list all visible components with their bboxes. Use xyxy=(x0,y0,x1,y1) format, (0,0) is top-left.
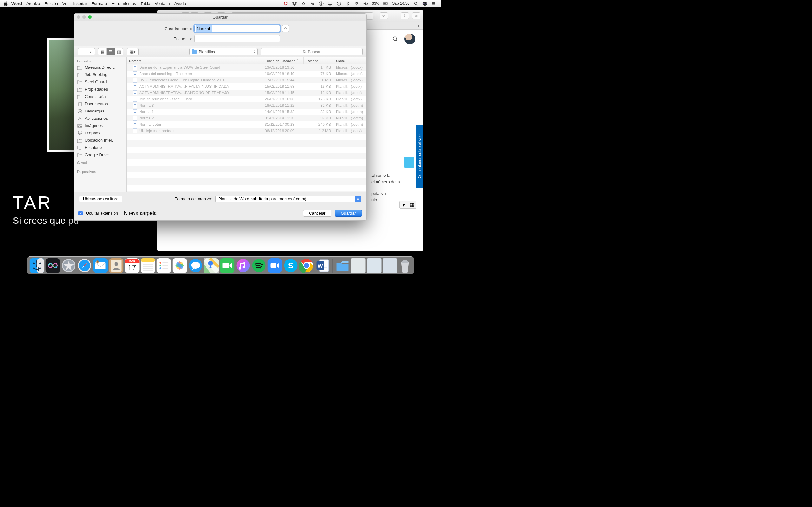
file-list[interactable]: Diseñando la Experiencia WOW de Steel Gu… xyxy=(126,64,366,192)
file-row[interactable]: UI-Hoja membretada06/12/2016 20:091.3 MB… xyxy=(126,128,366,134)
timemachine-icon[interactable] xyxy=(336,1,341,6)
location-popup[interactable]: Plantillas ▲▼ xyxy=(189,48,258,55)
view-list-mode[interactable]: ☰ xyxy=(107,49,115,55)
skype-app-icon[interactable]: S xyxy=(283,258,298,273)
dialog-zoom-button[interactable] xyxy=(88,15,92,19)
itunes-app-icon[interactable] xyxy=(236,258,250,273)
file-row[interactable]: ACTA ADMINISTRATIVA…R FALTA INJUSTIFICAD… xyxy=(126,83,366,90)
contacts-app-icon[interactable] xyxy=(109,258,123,273)
reminders-app-icon[interactable] xyxy=(156,258,171,273)
view-column-mode[interactable]: ▥ xyxy=(115,49,123,55)
dialog-close-button[interactable] xyxy=(77,15,80,19)
photos-app-icon[interactable] xyxy=(172,258,187,273)
sidebar-item[interactable]: Escritorio xyxy=(74,144,126,151)
sidebar-item[interactable]: Google Drive xyxy=(74,151,126,158)
accessibility-icon[interactable] xyxy=(318,1,323,6)
file-row[interactable]: Normal114/01/2018 15:3232 KBPlantill…(.d… xyxy=(126,109,366,115)
sidebar-item[interactable]: Steel Guard xyxy=(74,78,126,86)
file-row[interactable]: Bases del coaching - Resumen19/02/2018 1… xyxy=(126,71,366,77)
zoom-app-icon[interactable] xyxy=(267,258,282,273)
view-icon-mode[interactable]: ▦ xyxy=(98,49,107,55)
menu-ayuda[interactable]: Ayuda xyxy=(174,1,186,6)
menu-edicion[interactable]: Edición xyxy=(44,1,58,6)
menu-formato[interactable]: Formato xyxy=(92,1,107,6)
menu-herramientas[interactable]: Herramientas xyxy=(111,1,136,6)
file-row[interactable]: Normal318/01/2018 11:2232 KBPlantill…(.d… xyxy=(126,102,366,109)
word-app-icon[interactable]: W xyxy=(315,258,329,273)
menu-ventana[interactable]: Ventana xyxy=(155,1,170,6)
sidebar-item[interactable]: Dropbox xyxy=(74,129,126,136)
sidebar-item[interactable]: Documentos xyxy=(74,100,126,107)
stack-3-icon[interactable] xyxy=(383,258,397,273)
clock[interactable]: Sáb 16:50 xyxy=(392,1,409,6)
sidebar-item[interactable]: Job Seeking xyxy=(74,71,126,78)
airplay-icon[interactable] xyxy=(327,1,333,6)
col-kind[interactable]: Clase xyxy=(334,57,366,64)
finder-app-icon[interactable] xyxy=(30,258,44,273)
avatar[interactable] xyxy=(404,34,415,44)
amphetamine-icon[interactable] xyxy=(310,1,315,6)
search-icon[interactable] xyxy=(392,36,398,43)
collapse-button[interactable] xyxy=(282,25,289,32)
safari-app-icon[interactable] xyxy=(77,258,92,273)
dialog-minimize-button[interactable] xyxy=(83,15,86,19)
feedback-tab[interactable]: Comentarios sobre el sitio xyxy=(415,125,423,188)
nav-back[interactable]: ‹ xyxy=(78,49,86,55)
trash-icon[interactable] xyxy=(398,258,411,273)
view-toggle-grid[interactable]: ▦ xyxy=(408,201,416,208)
chrome-app-icon[interactable] xyxy=(299,258,314,273)
battery-icon[interactable] xyxy=(383,1,388,6)
siri-icon[interactable] xyxy=(422,1,427,6)
calendar-app-icon[interactable]: MAR 17 xyxy=(125,258,139,273)
apple-menu-icon[interactable] xyxy=(3,1,8,6)
sidebar-item[interactable]: Descargas xyxy=(74,107,126,115)
col-name[interactable]: Nombre xyxy=(126,57,262,64)
wifi-icon[interactable] xyxy=(354,1,359,6)
notes-app-icon[interactable] xyxy=(141,258,155,273)
view-mode-segment[interactable]: ▦ ☰ ▥ xyxy=(98,48,123,55)
menu-archivo[interactable]: Archivo xyxy=(26,1,40,6)
file-row[interactable]: ACTA ADMINISTRATIVA…BANDONO DE TRABAJO15… xyxy=(126,90,366,96)
sidebar-item[interactable]: Ubicacion Intel… xyxy=(74,136,126,144)
online-locations-button[interactable]: Ubicaciones en línea xyxy=(79,195,122,203)
attachment-icon[interactable] xyxy=(404,157,414,168)
view-toggle[interactable]: ▾ ▦ xyxy=(399,201,416,209)
spotlight-icon[interactable] xyxy=(413,1,418,6)
safari-newtab-button[interactable]: + xyxy=(414,22,423,30)
hide-extension-checkbox[interactable]: ✓ xyxy=(78,211,83,216)
view-toggle-dropdown[interactable]: ▾ xyxy=(400,201,408,208)
file-row[interactable]: Minuta reuniones - Steel Guard26/01/2018… xyxy=(126,96,366,102)
group-button[interactable]: ▦▾ xyxy=(127,49,138,55)
nav-back-forward[interactable]: ‹ › xyxy=(78,48,95,55)
file-row[interactable]: Diseñando la Experiencia WOW de Steel Gu… xyxy=(126,64,366,71)
save-as-input[interactable] xyxy=(194,25,280,32)
facetime-app-icon[interactable] xyxy=(220,258,235,273)
cancel-button[interactable]: Cancelar xyxy=(303,210,332,217)
stack-1-icon[interactable] xyxy=(351,258,365,273)
group-segment[interactable]: ▦▾ xyxy=(126,48,139,55)
dropbox-status-icon[interactable] xyxy=(292,1,297,6)
sidebar-item[interactable]: Aplicaciones xyxy=(74,115,126,122)
spotify-app-icon[interactable] xyxy=(252,258,266,273)
sidebar-item[interactable]: Maestria Direc… xyxy=(74,64,126,71)
file-format-popup[interactable]: Plantilla de Word habilitada para macros… xyxy=(215,195,361,203)
sidebar-item[interactable]: Propiedades xyxy=(74,86,126,93)
mcafee-icon[interactable] xyxy=(283,1,288,6)
safari-reload-button[interactable]: ⟳ xyxy=(380,12,388,19)
sidebar-item[interactable]: Consultoría xyxy=(74,93,126,100)
col-date[interactable]: Fecha de…ificación ˅ xyxy=(262,57,304,64)
siri-app-icon[interactable] xyxy=(45,258,60,273)
menu-ver[interactable]: Ver xyxy=(62,1,69,6)
safari-share-button[interactable]: ⇪ xyxy=(401,12,409,19)
cloud-upload-icon[interactable] xyxy=(301,1,306,6)
messages-app-icon[interactable] xyxy=(188,258,203,273)
maps-app-icon[interactable] xyxy=(204,258,218,273)
tags-input[interactable] xyxy=(194,35,280,42)
search-field[interactable]: Buscar xyxy=(261,48,362,55)
app-name[interactable]: Word xyxy=(11,1,22,6)
folder-docs-icon[interactable] xyxy=(335,258,350,273)
new-folder-button[interactable]: Nueva carpeta xyxy=(124,210,157,216)
volume-icon[interactable] xyxy=(363,1,368,6)
bluetooth-icon[interactable] xyxy=(345,1,350,6)
file-row[interactable]: Normal.dotm31/12/2017 00:28240 KBPlantil… xyxy=(126,121,366,128)
